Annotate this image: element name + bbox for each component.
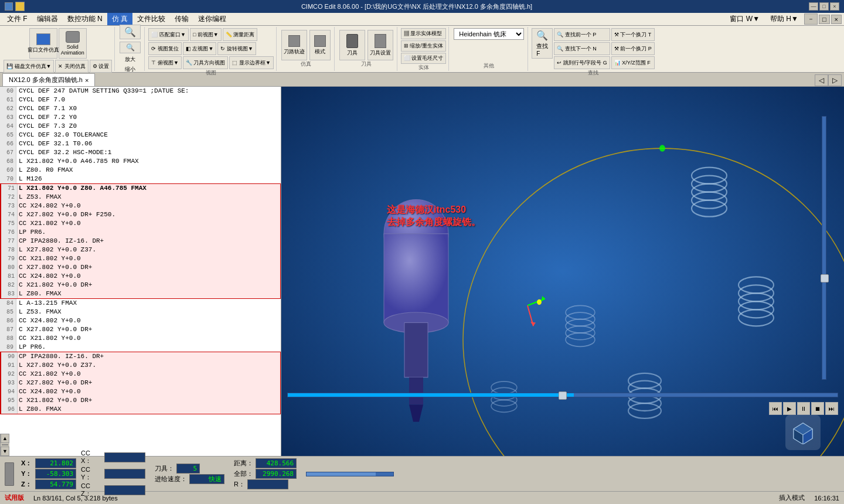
code-line-93[interactable]: 93 C X27.802 Y+0.0 DR+	[0, 379, 281, 387]
code-line-95[interactable]: 95 C X21.802 Y+0.0 DR+	[0, 396, 281, 405]
zoom-in-button[interactable]: 🔍	[120, 25, 141, 39]
code-line-60[interactable]: 60 CYCL DEF 247 DATUM SETTING Q339=1 ;DA…	[0, 87, 281, 96]
inner-maximize[interactable]: □	[819, 15, 830, 24]
front-view-button[interactable]: □ 前视图▼	[190, 28, 222, 41]
code-line-90[interactable]: 90 CP IPA2880. IZ-16. DR+	[0, 352, 281, 361]
scroll-down[interactable]: ▼	[1, 447, 9, 456]
code-line-70[interactable]: 70 L M126	[0, 175, 281, 183]
code-line-72[interactable]: 72 L Z53. FMAX	[0, 193, 281, 202]
inner-minimize[interactable]: －	[804, 13, 818, 25]
code-line-96[interactable]: 96 L Z80. FMAX	[0, 405, 281, 414]
set-blank-button[interactable]: ⬜ 设置毛坯尺寸	[401, 53, 447, 64]
play-next-button[interactable]: ⏭	[825, 402, 838, 415]
editor-lines[interactable]: 60 CYCL DEF 247 DATUM SETTING Q339=1 ;DA…	[0, 87, 281, 434]
goto-line-button[interactable]: ↩ 跳到行号/字段号 G	[554, 56, 610, 69]
code-line-78[interactable]: 78 L X27.802 Y+0.0 Z37.	[0, 246, 281, 254]
code-line-81[interactable]: 81 CC X24.802 Y+0.0	[0, 272, 281, 281]
view-reset-button[interactable]: ⟳ 视图复位	[148, 42, 182, 55]
code-line-88[interactable]: 88 CC X21.802 Y+0.0	[0, 334, 281, 343]
inner-close[interactable]: ×	[831, 15, 842, 24]
menu-editor[interactable]: 编辑器	[32, 13, 63, 25]
menu-compare[interactable]: 文件比较	[132, 13, 170, 25]
find-prev-button[interactable]: 🔍 查找前一个 P	[554, 28, 610, 41]
next-tool-change-button[interactable]: ⚒ 下一个换刀 T	[611, 28, 655, 41]
menu-mini[interactable]: 迷你编程	[193, 13, 231, 25]
code-line-73[interactable]: 73 CC X24.802 Y+0.0	[0, 202, 281, 210]
code-line-80[interactable]: 80 C X27.802 Y+0.0 DR+	[0, 263, 281, 272]
scroll-up[interactable]: ▲	[1, 434, 9, 443]
show-solid-button[interactable]: ▦ 显示实体模型	[401, 28, 447, 39]
cc-x-value[interactable]	[104, 452, 145, 462]
tab-nav-next[interactable]: ▷	[828, 74, 842, 86]
x-value[interactable]	[35, 458, 76, 468]
code-line-86[interactable]: 86 CC X24.802 Y+0.0	[0, 316, 281, 325]
code-line-75[interactable]: 75 CC X21.802 Y+0.0	[0, 219, 281, 228]
zoom-out-button[interactable]: 🔍	[120, 42, 141, 53]
rotate-view-button[interactable]: ↻ 旋转视图▼	[217, 42, 256, 55]
z-value[interactable]	[35, 479, 76, 489]
code-line-85[interactable]: 85 L Z53. FMAX	[0, 308, 281, 316]
editor-scrollbar[interactable]: ▲ ▼	[0, 434, 9, 456]
speed-track[interactable]	[306, 472, 394, 476]
scroll-thumb[interactable]	[2, 444, 8, 445]
solid-animation-button[interactable]: SolidAnimation	[59, 28, 87, 59]
settings-button[interactable]: ⚙ 设置	[90, 60, 113, 73]
cc-y-value[interactable]	[104, 469, 145, 479]
code-line-89[interactable]: 89 LP PR6.	[0, 343, 281, 352]
distance-value[interactable]	[256, 458, 297, 468]
cc-z-value[interactable]	[104, 485, 145, 495]
code-line-74[interactable]: 74 C X27.802 Y+0.0 DR+ F250.	[0, 210, 281, 219]
feed-value[interactable]	[189, 474, 224, 484]
stop-button[interactable]: ⏹	[811, 402, 824, 415]
code-line-77[interactable]: 77 CP IPA2880. IZ-16. DR+	[0, 237, 281, 246]
r-value[interactable]	[247, 479, 288, 489]
code-line-84[interactable]: 84 L A-13.215 FMAX	[0, 299, 281, 308]
mode-button[interactable]: 模式	[309, 30, 331, 60]
tool-button[interactable]: 刀具	[339, 30, 365, 60]
menu-file[interactable]: 文件 F	[2, 13, 32, 25]
code-line-68[interactable]: 68 L X21.802 Y+0.0 A46.785 R0 FMAX	[0, 157, 281, 166]
code-line-64[interactable]: 64 CYCL DEF 7.3 Z0	[0, 122, 281, 131]
rescale-solid-button[interactable]: ⊞ 缩放/重生实体	[401, 40, 447, 52]
slider-handle[interactable]	[559, 391, 567, 400]
measure-button[interactable]: 📏 测量距离	[223, 28, 258, 41]
code-line-66[interactable]: 66 CYCL DEF 32.1 T0.06	[0, 139, 281, 148]
tab-main[interactable]: NX12.0 多余角度四轴铣.h ×	[2, 73, 95, 86]
y-value[interactable]	[35, 469, 76, 479]
menu-window[interactable]: 窗口 W▼	[725, 13, 764, 25]
pause-button[interactable]: ⏸	[797, 402, 810, 415]
play-prev-button[interactable]: ⏮	[769, 402, 782, 415]
code-line-91[interactable]: 91 L X27.802 Y+0.0 Z37.	[0, 361, 281, 370]
code-line-79[interactable]: 79 CC X21.802 Y+0.0	[0, 254, 281, 263]
code-line-92[interactable]: 92 CC X21.802 Y+0.0	[0, 370, 281, 379]
menu-help[interactable]: 帮助 H▼	[765, 13, 803, 25]
code-line-82[interactable]: 82 C X21.802 Y+0.0 DR+	[0, 281, 281, 290]
tab-main-close[interactable]: ×	[85, 77, 89, 84]
top-view-button[interactable]: ⊤ 俯视图▼	[148, 56, 181, 69]
code-line-87[interactable]: 87 C X27.802 Y+0.0 DR+	[0, 325, 281, 334]
tool-value[interactable]	[176, 464, 200, 474]
find-next-button[interactable]: 🔍 查找下一个 N	[554, 42, 610, 55]
code-line-65[interactable]: 65 CYCL DEF 32.0 TOLERANCE	[0, 131, 281, 139]
code-line-67[interactable]: 67 CYCL DEF 32.2 HSC-MODE:1	[0, 148, 281, 157]
code-line-62[interactable]: 62 CYCL DEF 7.1 X0	[0, 104, 281, 113]
close-button[interactable]: ×	[830, 2, 839, 11]
code-line-83[interactable]: 83 L Z80. FMAX	[0, 290, 281, 299]
menu-sim[interactable]: 仿 真	[107, 13, 132, 25]
code-line-61[interactable]: 61 CYCL DEF 7.0	[0, 96, 281, 104]
machine-selector[interactable]: Heidenhain 铣床	[454, 28, 524, 40]
progress-slider[interactable]	[287, 393, 838, 397]
close-sim-button[interactable]: ✕ 关闭仿真	[55, 60, 89, 73]
tab-nav-prev[interactable]: ◁	[815, 74, 828, 86]
minimize-button[interactable]: —	[809, 2, 818, 11]
code-line-76[interactable]: 76 LP PR6.	[0, 228, 281, 237]
code-line-71[interactable]: 71 L X21.802 Y+0.0 Z80. A46.785 FMAX	[0, 183, 281, 193]
speed-slider[interactable]	[822, 116, 826, 380]
xyz-range-button[interactable]: 📊 X/Y/Z范围 F	[611, 56, 655, 69]
fit-window-button[interactable]: ⬜ 匹配窗口▼	[148, 28, 188, 41]
toolpath-button[interactable]: 刀路轨迹	[281, 30, 307, 60]
code-line-63[interactable]: 63 CYCL DEF 7.2 Y0	[0, 113, 281, 122]
tool-settings-button[interactable]: 刀具设置	[367, 30, 393, 60]
menu-cnc[interactable]: 数控功能 N	[63, 13, 107, 25]
find-button[interactable]: 🔍 查找F	[532, 28, 553, 59]
